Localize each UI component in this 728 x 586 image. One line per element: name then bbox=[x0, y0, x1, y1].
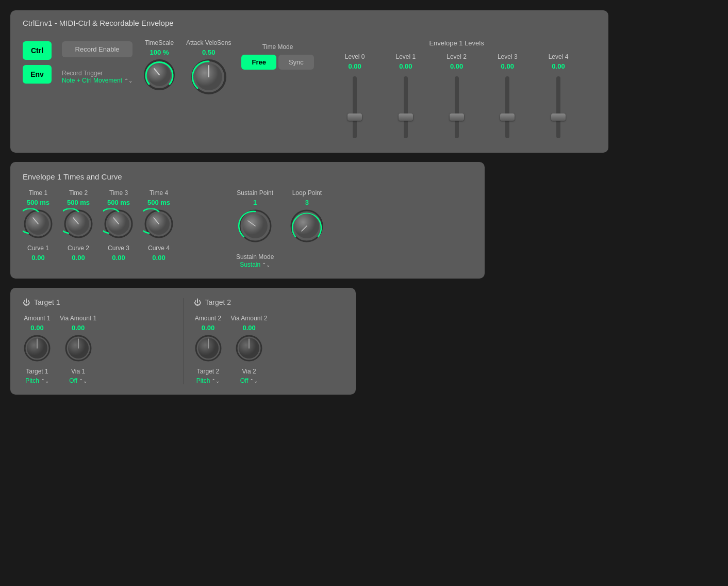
target1-section: ⏻ Target 1 Amount 1 0.00 bbox=[23, 298, 173, 384]
via1-dropdown[interactable]: Off ⌃⌄ bbox=[69, 377, 87, 384]
target1-chevron: ⌃⌄ bbox=[41, 378, 49, 384]
time4-value: 500 ms bbox=[147, 199, 170, 206]
time3-group: Time 3 500 ms bbox=[103, 189, 134, 262]
target1-controls: Amount 1 0.00 T bbox=[23, 315, 173, 384]
attack-velo-label: Attack VeloSens bbox=[186, 39, 231, 46]
sustain-mode-label: Sustain Mode bbox=[236, 253, 274, 261]
time3-knob[interactable] bbox=[103, 208, 134, 239]
via1-sublabel: Via 1 bbox=[71, 368, 85, 375]
sustain-point-knob[interactable] bbox=[238, 208, 273, 243]
amount1-value: 0.00 bbox=[30, 324, 43, 332]
via-amount2-group: Via Amount 2 0.00 bbox=[231, 315, 268, 384]
timescale-value: 100 % bbox=[150, 48, 169, 56]
attack-velo-knob[interactable] bbox=[190, 58, 227, 95]
sustain-mode-chevron: ⌃⌄ bbox=[262, 262, 270, 268]
level-0-col: Level 0 0.00 bbox=[345, 53, 365, 142]
target2-controls: Amount 2 0.00 T bbox=[194, 315, 344, 384]
level-2-label: Level 2 bbox=[446, 53, 467, 60]
target1-power-icon[interactable]: ⏻ bbox=[23, 298, 30, 306]
time3-label: Time 3 bbox=[109, 189, 128, 197]
loop-point-knob[interactable] bbox=[289, 208, 324, 243]
level-0-label: Level 0 bbox=[345, 53, 365, 60]
time1-knob[interactable] bbox=[23, 208, 54, 239]
amount1-knob[interactable] bbox=[23, 334, 52, 363]
amount2-value: 0.00 bbox=[202, 324, 214, 332]
level-3-track bbox=[505, 76, 509, 138]
sustain-point-group: Sustain Point 1 bbox=[236, 189, 274, 268]
level-3-label: Level 3 bbox=[498, 53, 518, 60]
level-4-col: Level 4 0.00 bbox=[549, 53, 569, 142]
level-1-track bbox=[404, 76, 408, 138]
time4-knob[interactable] bbox=[143, 208, 174, 239]
attack-velo-value: 0.50 bbox=[202, 48, 215, 56]
curve1-label: Curve 1 bbox=[27, 245, 49, 252]
level-0-value: 0.00 bbox=[349, 62, 361, 70]
timescale-label: TimeScale bbox=[145, 39, 174, 46]
record-col: Record Enable Record Trigger Note + Ctrl… bbox=[62, 41, 133, 84]
times-panel: Envelope 1 Times and Curve Time 1 500 ms bbox=[10, 162, 485, 279]
env-button[interactable]: Env bbox=[23, 65, 52, 84]
sustain-loop-section: Sustain Point 1 bbox=[236, 189, 324, 268]
target1-dropdown[interactable]: Pitch ⌃⌄ bbox=[25, 377, 49, 384]
via-amount1-knob[interactable] bbox=[64, 334, 93, 363]
via-amount1-value: 0.00 bbox=[72, 324, 85, 332]
level-1-value: 0.00 bbox=[399, 62, 412, 70]
loop-point-value: 3 bbox=[305, 199, 309, 206]
target2-dropdown[interactable]: Pitch ⌃⌄ bbox=[196, 377, 220, 384]
amount2-knob[interactable] bbox=[194, 334, 223, 363]
target1-header: ⏻ Target 1 bbox=[23, 298, 173, 306]
loop-point-group: Loop Point 3 bbox=[289, 189, 324, 268]
app-title: CtrlEnv1 - MIDI-Ctrl & Recordable Envelo… bbox=[23, 19, 174, 27]
via2-chevron: ⌃⌄ bbox=[250, 378, 258, 384]
level-3-thumb[interactable] bbox=[500, 113, 515, 121]
level-0-thumb[interactable] bbox=[348, 113, 362, 121]
levels-row: Level 0 0.00 Level 1 0.00 bbox=[345, 53, 569, 142]
via-amount2-value: 0.00 bbox=[242, 324, 255, 332]
chevron-icon: ⌃⌄ bbox=[124, 78, 133, 84]
via2-sublabel: Via 2 bbox=[242, 368, 256, 375]
sustain-point-value: 1 bbox=[253, 199, 257, 206]
envelope-levels-title: Envelope 1 Levels bbox=[345, 39, 569, 47]
timescale-group: TimeScale 100 % bbox=[143, 39, 176, 91]
level-3-value: 0.00 bbox=[501, 62, 514, 70]
level-1-thumb[interactable] bbox=[399, 113, 413, 121]
time1-label: Time 1 bbox=[29, 189, 47, 197]
top-panel: CtrlEnv1 - MIDI-Ctrl & Recordable Envelo… bbox=[10, 10, 608, 153]
via-amount2-label: Via Amount 2 bbox=[231, 315, 268, 322]
amount2-group: Amount 2 0.00 T bbox=[194, 315, 223, 384]
target2-header: ⏻ Target 2 bbox=[194, 298, 344, 306]
level-4-track bbox=[556, 76, 560, 138]
time2-knob[interactable] bbox=[63, 208, 94, 239]
level-2-thumb[interactable] bbox=[450, 113, 464, 121]
target2-dropdown-value: Pitch bbox=[196, 377, 210, 384]
loop-point-label: Loop Point bbox=[292, 189, 322, 197]
time2-value: 500 ms bbox=[67, 199, 90, 206]
amount2-label: Amount 2 bbox=[195, 315, 221, 322]
via2-dropdown[interactable]: Off ⌃⌄ bbox=[240, 377, 258, 384]
time1-group: Time 1 500 ms bbox=[23, 189, 54, 262]
curve4-value: 0.00 bbox=[152, 254, 165, 262]
via-amount2-knob[interactable] bbox=[235, 334, 263, 363]
times-panel-title: Envelope 1 Times and Curve bbox=[23, 172, 472, 181]
curve1-value: 0.00 bbox=[31, 254, 44, 262]
ctrl-button[interactable]: Ctrl bbox=[23, 41, 52, 60]
time-mode-sync-button[interactable]: Sync bbox=[278, 55, 314, 70]
level-4-thumb[interactable] bbox=[551, 113, 566, 121]
level-4-value: 0.00 bbox=[552, 62, 565, 70]
sustain-mode-dropdown[interactable]: Sustain ⌃⌄ bbox=[236, 261, 274, 268]
curve2-value: 0.00 bbox=[72, 254, 85, 262]
target2-title: Target 2 bbox=[205, 298, 231, 306]
sustain-point-label: Sustain Point bbox=[237, 189, 273, 197]
record-trigger-value[interactable]: Note + Ctrl Movement ⌃⌄ bbox=[62, 77, 133, 84]
target2-section: ⏻ Target 2 Amount 2 0.00 bbox=[194, 298, 344, 384]
amount1-label: Amount 1 bbox=[24, 315, 50, 322]
time1-value: 500 ms bbox=[27, 199, 49, 206]
target2-power-icon[interactable]: ⏻ bbox=[194, 298, 201, 306]
record-enable-button[interactable]: Record Enable bbox=[62, 41, 133, 57]
curve4-label: Curve 4 bbox=[148, 245, 170, 252]
times-curves-group: Time 1 500 ms bbox=[23, 189, 174, 262]
time4-group: Time 4 500 ms bbox=[143, 189, 174, 262]
attack-velo-group: Attack VeloSens 0.50 bbox=[186, 39, 231, 95]
timescale-knob[interactable] bbox=[143, 58, 176, 91]
time-mode-free-button[interactable]: Free bbox=[241, 55, 276, 70]
